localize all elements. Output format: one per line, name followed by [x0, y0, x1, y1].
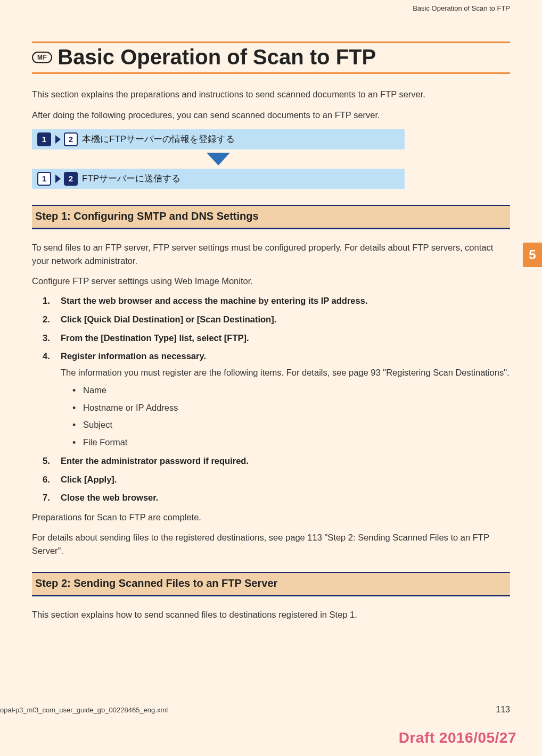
running-header: Basic Operation of Scan to FTP	[413, 4, 510, 12]
ordered-steps: Start the web browser and access the mac…	[43, 294, 510, 504]
flow-diagram: 1 2 本機にFTPサーバーの情報を登録する 1 2 FTPサーバーに送信する	[32, 129, 510, 189]
step-text: Register information as necessary.	[61, 351, 206, 361]
section-heading: Step 2: Sending Scanned Files to an FTP …	[32, 572, 510, 596]
chevron-right-icon	[55, 175, 61, 183]
step-text: Click [Quick Dial Destination] or [Scan …	[61, 314, 276, 324]
bullet-list: Name Hostname or IP Address Subject File…	[72, 384, 510, 449]
bullet-item: Hostname or IP Address	[72, 401, 510, 414]
down-arrow-wrap	[32, 149, 405, 169]
body-paragraph: To send files to an FTP server, FTP serv…	[32, 241, 510, 268]
step-item: Close the web browser.	[43, 491, 510, 504]
section-heading: Step 1: Configuring SMTP and DNS Setting…	[32, 205, 510, 229]
page-title: Basic Operation of Scan to FTP	[58, 45, 376, 69]
step-text: Start the web browser and access the mac…	[61, 296, 367, 305]
draft-stamp: Draft 2016/05/27	[399, 729, 516, 746]
page-number: 113	[496, 705, 510, 715]
page-title-row: MF Basic Operation of Scan to FTP	[32, 41, 510, 74]
step-text: Click [Apply].	[61, 475, 117, 484]
body-paragraph: For details about sending files to the r…	[32, 531, 510, 558]
body-paragraph: This section explains how to send scanne…	[32, 608, 510, 622]
bullet-item: Subject	[72, 418, 510, 431]
step-item: From the [Destination Type] list, select…	[43, 331, 510, 345]
footer: opal-p3_mf3_com_user_guide_gb_00228465_e…	[0, 705, 542, 715]
flow-step: 1 2 本機にFTPサーバーの情報を登録する	[32, 129, 405, 149]
flow-step: 1 2 FTPサーバーに送信する	[32, 169, 405, 189]
step-description: The information you must register are th…	[61, 366, 510, 379]
intro-paragraph: This section explains the preparations a…	[32, 88, 510, 101]
flow-number-icon: 1	[37, 132, 51, 146]
step-item: Start the web browser and access the mac…	[43, 294, 510, 308]
intro-paragraph: After doing the following procedures, yo…	[32, 109, 510, 122]
chapter-tab: 5	[523, 243, 542, 267]
body-paragraph: Preparations for Scan to FTP are complet…	[32, 511, 510, 525]
flow-step-label: FTPサーバーに送信する	[82, 172, 180, 185]
chevron-right-icon	[55, 135, 61, 144]
step-text: Enter the administrator password if requ…	[61, 456, 249, 466]
flow-number-icon: 2	[64, 132, 78, 146]
step-item: Click [Apply].	[43, 473, 510, 486]
step-text: From the [Destination Type] list, select…	[61, 333, 249, 343]
flow-number-icon: 2	[64, 172, 78, 186]
step-item: Register information as necessary. The i…	[43, 350, 510, 449]
step-item: Enter the administrator password if requ…	[43, 454, 510, 468]
flow-step-label: 本機にFTPサーバーの情報を登録する	[82, 133, 235, 145]
arrow-down-icon	[207, 153, 230, 165]
body-paragraph: Configure FTP server settings using Web …	[32, 275, 510, 288]
bullet-item: Name	[72, 384, 510, 397]
flow-number-icon: 1	[37, 172, 51, 186]
step-text: Close the web browser.	[61, 493, 158, 502]
step-item: Click [Quick Dial Destination] or [Scan …	[43, 313, 510, 326]
mf-badge-icon: MF	[32, 52, 52, 63]
bullet-item: File Format	[72, 436, 510, 449]
source-filename: opal-p3_mf3_com_user_guide_gb_00228465_e…	[0, 706, 168, 714]
